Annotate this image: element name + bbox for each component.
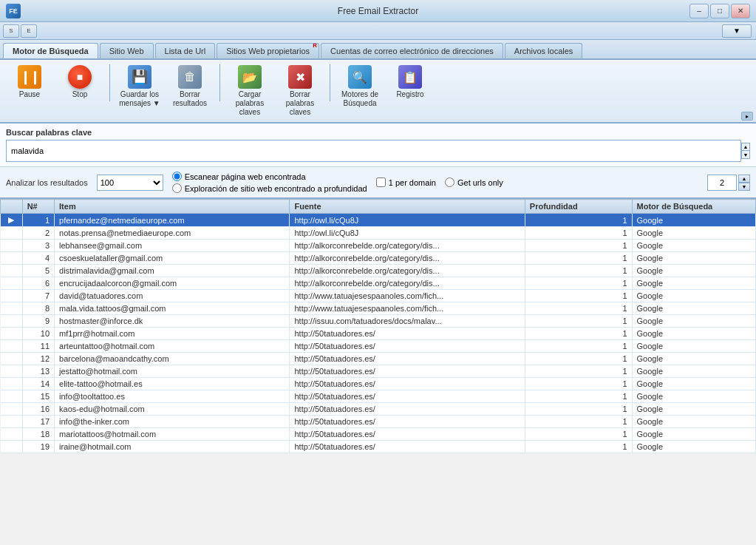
radio-explore-depth[interactable] <box>172 183 182 193</box>
per-domain-checkbox[interactable] <box>376 177 386 187</box>
depth-increment-button[interactable]: ▲ <box>738 175 750 183</box>
row-item: lebhansee@gmail.com <box>55 240 290 252</box>
row-item: encrucijadaalcorcon@gmail.com <box>55 277 290 290</box>
analyze-count-select[interactable]: 100 50 200 <box>97 175 163 191</box>
delete-results-button[interactable]: 🗑 Borrarresultados <box>166 63 214 110</box>
toolbar-expand-button[interactable]: ▸ <box>741 112 753 121</box>
window-title: Free Email Extractor <box>338 6 418 16</box>
row-n: 16 <box>22 403 54 416</box>
row-item: barcelona@maoandcathy.com <box>55 353 290 365</box>
table-row[interactable]: 17info@the-inker.comhttp://50tatuadores.… <box>1 416 756 428</box>
row-indicator <box>1 340 23 353</box>
analyze-label: Analizar los resultados <box>6 178 88 187</box>
quick-bar: S E ▼ <box>0 22 756 40</box>
row-engine: Google <box>632 378 755 390</box>
sep-3 <box>330 64 330 101</box>
registry-button[interactable]: 📋 Registro <box>386 63 434 101</box>
row-source: http://alkorconrebelde.org/category/dis.… <box>290 277 525 290</box>
table-row[interactable]: 9hostmaster@inforce.dkhttp://issuu.com/t… <box>1 315 756 328</box>
tab-archivos[interactable]: Archivos locales <box>505 43 582 58</box>
table-row[interactable]: 12barcelona@maoandcathy.comhttp://50tatu… <box>1 353 756 365</box>
table-row[interactable]: ▶1pfernandez@netmediaeurope.comhttp://ow… <box>1 214 756 227</box>
row-depth: 1 <box>525 315 632 328</box>
tab-sitio[interactable]: Sitio Web <box>100 43 154 58</box>
scan-options: Escanear página web encontrada Exploraci… <box>172 172 367 193</box>
th-item[interactable]: Item <box>55 200 290 214</box>
pause-button[interactable]: ❙❙ Pause <box>6 63 53 101</box>
table-row[interactable]: 15info@tooltattoo.eshttp://50tatuadores.… <box>1 390 756 403</box>
row-source: http://50tatuadores.es/ <box>290 441 525 453</box>
row-item: jestatto@hotmail.com <box>55 365 290 378</box>
save-button[interactable]: 💾 Guardar losmensajes ▼ <box>116 63 163 110</box>
th-engine[interactable]: Motor de Búsqueda <box>632 200 755 214</box>
search-scroll-up[interactable]: ▲ <box>742 143 749 151</box>
tab-cuentas[interactable]: Cuentas de correo electrónico de direcci… <box>321 43 503 58</box>
th-n[interactable]: N# <box>22 200 54 214</box>
help-button[interactable]: ▼ <box>722 24 752 38</box>
table-row[interactable]: 16kaos-edu@hotmail.comhttp://50tatuadore… <box>1 403 756 416</box>
get-urls-group: Get urls only <box>445 177 503 187</box>
tabs-bar: Motor de Búsqueda Sitio Web Lista de Url… <box>0 40 756 60</box>
table-row[interactable]: 5distrimalavida@gmail.comhttp://alkorcon… <box>1 265 756 277</box>
get-urls-radio[interactable] <box>445 177 454 187</box>
table-row[interactable]: 7david@tatuadores.comhttp://www.tatuajes… <box>1 290 756 302</box>
results-scroll[interactable]: N# Item Fuente Profundidad Motor de Búsq… <box>0 199 756 545</box>
tab-motor[interactable]: Motor de Búsqueda <box>3 43 98 58</box>
quick-btn-2[interactable]: E <box>21 24 37 38</box>
row-engine: Google <box>632 328 755 340</box>
row-n: 10 <box>22 328 54 340</box>
row-indicator <box>1 277 23 290</box>
engines-button[interactable]: 🔍 Motores deBúsqueda <box>336 63 384 110</box>
sep-1 <box>109 64 110 101</box>
table-row[interactable]: 18mariotattoos@hotmail.comhttp://50tatua… <box>1 428 756 441</box>
row-depth: 1 <box>525 214 632 227</box>
quick-btn-1[interactable]: S <box>3 24 19 38</box>
table-row[interactable]: 3lebhansee@gmail.comhttp://alkorconrebel… <box>1 240 756 252</box>
row-source: http://50tatuadores.es/ <box>290 353 525 365</box>
table-row[interactable]: 14elite-tattoo@hotmail.eshttp://50tatuad… <box>1 378 756 390</box>
engines-icon: 🔍 <box>348 65 372 89</box>
table-row[interactable]: 11arteuntattoo@hotmail.comhttp://50tatua… <box>1 340 756 353</box>
row-indicator <box>1 416 23 428</box>
row-item: info@tooltattoo.es <box>55 390 290 403</box>
row-item: kaos-edu@hotmail.com <box>55 403 290 416</box>
row-depth: 1 <box>525 302 632 315</box>
row-n: 1 <box>22 214 54 227</box>
row-engine: Google <box>632 240 755 252</box>
tab-lista[interactable]: Lista de Url <box>155 43 216 58</box>
row-depth: 1 <box>525 240 632 252</box>
search-scroll-down[interactable]: ▼ <box>742 151 749 158</box>
row-indicator <box>1 353 23 365</box>
th-source[interactable]: Fuente <box>290 200 525 214</box>
depth-input[interactable] <box>707 175 737 191</box>
depth-spinner-group: ▲ ▼ <box>707 175 750 191</box>
table-row[interactable]: 19iraine@hotmail.comhttp://50tatuadores.… <box>1 441 756 453</box>
row-n: 19 <box>22 441 54 453</box>
tab-sitios-prop[interactable]: Sitios Web propietarios R <box>217 43 319 58</box>
row-source: http://owl.li/cQu8J <box>290 227 525 240</box>
table-row[interactable]: 2notas.prensa@netmediaeurope.comhttp://o… <box>1 227 756 240</box>
minimize-button[interactable]: – <box>689 4 709 18</box>
row-n: 7 <box>22 290 54 302</box>
row-n: 4 <box>22 252 54 265</box>
table-row[interactable]: 13jestatto@hotmail.comhttp://50tatuadore… <box>1 365 756 378</box>
registry-label: Registro <box>396 90 423 99</box>
table-row[interactable]: 6encrucijadaalcorcon@gmail.comhttp://alk… <box>1 277 756 290</box>
delete-label: Borrarresultados <box>173 90 207 108</box>
depth-spinner-buttons: ▲ ▼ <box>738 175 750 191</box>
row-source: http://www.tatuajesespaanoles.com/fich..… <box>290 290 525 302</box>
row-indicator <box>1 365 23 378</box>
close-button[interactable]: ✕ <box>731 4 750 18</box>
search-input[interactable] <box>6 140 741 162</box>
delete-words-button[interactable]: ✖ Borrar palabrasclaves <box>276 63 324 119</box>
maximize-button[interactable]: □ <box>710 4 729 18</box>
depth-decrement-button[interactable]: ▼ <box>738 183 750 191</box>
th-depth[interactable]: Profundidad <box>525 200 632 214</box>
row-source: http://alkorconrebelde.org/category/dis.… <box>290 240 525 252</box>
table-row[interactable]: 8mala.vida.tattoos@gmail.comhttp://www.t… <box>1 302 756 315</box>
table-row[interactable]: 4csoeskuelataller@gmail.comhttp://alkorc… <box>1 252 756 265</box>
stop-button[interactable]: ■ Stop <box>56 63 103 101</box>
radio-scan-page[interactable] <box>172 172 182 181</box>
load-words-button[interactable]: 📂 Cargar palabrasclaves <box>226 63 273 119</box>
table-row[interactable]: 10mf1prr@hotmail.comhttp://50tatuadores.… <box>1 328 756 340</box>
